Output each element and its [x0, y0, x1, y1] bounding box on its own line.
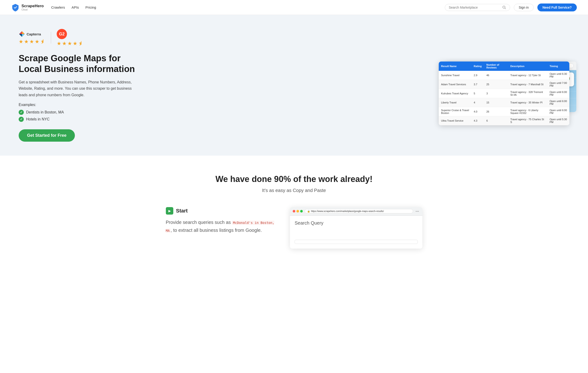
example-item-1: Dentists in Boston, MA [19, 110, 140, 115]
step-desc-before: Provide search queries such as [166, 220, 232, 225]
g2-star-1: ★ [57, 40, 61, 47]
url-text: https://www.scrapehero.com/marketplace/g… [311, 210, 384, 212]
g2-star-5: ⯨ [78, 40, 83, 47]
table-cell-0-4: Open until 6:30 PM [547, 71, 569, 80]
hero-title: Scrape Google Maps for Local Business in… [19, 53, 140, 74]
capterra-label: Capterra [27, 32, 41, 36]
logo-name: ScrapeHero [21, 4, 44, 8]
g2-label: G2 [59, 32, 65, 37]
col-description: Description [508, 61, 547, 71]
table-row: Adam Travel Services3.725Travel agency ·… [439, 80, 569, 89]
table-row: Liberty Travel415Travel agency · 35 Wint… [439, 98, 569, 107]
nav-link-pricing[interactable]: Pricing [85, 5, 96, 9]
section-work: We have done 90% of the work already! It… [0, 156, 588, 267]
steps-container: Start Provide search queries such as McD… [166, 207, 422, 249]
nav-link-apis[interactable]: APIs [72, 5, 79, 9]
search-icon [502, 6, 506, 9]
step-browser-url-bar: 🔒 https://www.scrapehero.com/marketplace… [304, 209, 413, 213]
svg-point-11 [418, 211, 419, 212]
data-table-card: Result Name Rating Number of Reviews Des… [439, 61, 569, 125]
table-row: Superior Cruise & Travel Boston4.026Trav… [439, 107, 569, 116]
table-cell-1-2: 25 [484, 80, 508, 89]
example-item-2: Hotels in NYC [19, 117, 140, 122]
star-3: ★ [29, 39, 34, 45]
col-reviews: Number of Reviews [484, 61, 508, 71]
logo-link[interactable]: ScrapeHero Cloud [11, 3, 44, 12]
table-cell-1-3: Travel agency · 7 Marshall St [508, 80, 547, 89]
hero-left: Capterra ★ ★ ★ ★ ⯨ G2 ★ [19, 29, 140, 142]
nav-link-crawlers[interactable]: Crawlers [51, 5, 65, 9]
col-rating: Rating [471, 61, 484, 71]
step-desc-after: , to extract all business listings from … [170, 228, 262, 233]
nav-links: Crawlers APIs Pricing [51, 5, 96, 9]
step-play-icon [166, 207, 173, 215]
star-2: ★ [24, 39, 29, 45]
section-work-title: We have done 90% of the work already! [11, 174, 577, 184]
svg-point-10 [417, 211, 418, 212]
step-browser-body: Search Query [290, 216, 422, 249]
table-cell-0-1: 2.9 [471, 71, 484, 80]
table-cell-2-1: 5 [471, 89, 484, 98]
hero-right: Travel & tourism [439, 29, 569, 125]
blue-arrow-icon [446, 61, 457, 64]
g2-star-2: ★ [62, 40, 67, 47]
browser-menu-icon[interactable] [415, 209, 420, 214]
search-container [445, 4, 510, 11]
svg-line-1 [505, 8, 506, 9]
table-cell-2-2: 3 [484, 89, 508, 98]
nav-right: Sign in Need Full Service? [445, 3, 577, 11]
star-4: ★ [35, 39, 39, 45]
arrow-connector [446, 61, 457, 65]
col-timing: Timing [547, 61, 569, 71]
step-browser-chrome: 🔒 https://www.scrapehero.com/marketplace… [290, 207, 422, 216]
table-cell-4-4: Open until 6:00 PM [547, 107, 569, 116]
table-cell-5-2: 6 [484, 116, 508, 125]
table-cell-3-3: Travel agency · 35 Winter Pl [508, 98, 547, 107]
section-work-subtitle: It's as easy as Copy and Paste [11, 188, 577, 193]
hero-description: Get a spreadsheet with Business Names, P… [19, 79, 140, 98]
table-cell-1-1: 3.7 [471, 80, 484, 89]
signin-button[interactable]: Sign in [514, 4, 534, 11]
step-left: Start Provide search queries such as McD… [166, 207, 276, 248]
table-header-row: Result Name Rating Number of Reviews Des… [439, 61, 569, 71]
star-5: ⯨ [40, 39, 45, 45]
table-cell-5-4: Open until 5:30 PM [547, 116, 569, 125]
ratings-container: Capterra ★ ★ ★ ★ ⯨ G2 ★ [19, 29, 140, 47]
nav-left: ScrapeHero Cloud Crawlers APIs Pricing [11, 3, 96, 12]
g2-logo: G2 [57, 29, 83, 39]
table-cell-4-1: 4.0 [471, 107, 484, 116]
search-input[interactable] [449, 6, 501, 9]
get-started-button[interactable]: Get Started for Free [19, 129, 75, 142]
step-dot-red [293, 210, 295, 212]
table-cell-3-4: Open until 6:00 PM [547, 98, 569, 107]
table-cell-3-1: 4 [471, 98, 484, 107]
table-cell-2-0: Kutrubes Travel Agency [439, 89, 471, 98]
examples-list: Dentists in Boston, MA Hotels in NYC [19, 110, 140, 122]
logo-icon [11, 3, 20, 12]
table-row: Kutrubes Travel Agency53Travel agency · … [439, 89, 569, 98]
step-dot-yellow [296, 210, 299, 212]
table-cell-3-0: Liberty Travel [439, 98, 471, 107]
table-cell-3-2: 15 [484, 98, 508, 107]
table-cell-4-2: 26 [484, 107, 508, 116]
logo-text-block: ScrapeHero Cloud [21, 4, 44, 11]
table-cell-0-0: Sunshine Travel [439, 71, 471, 80]
g2-star-4: ★ [73, 40, 77, 47]
svg-marker-5 [19, 34, 22, 37]
logo-sub: Cloud [21, 8, 44, 11]
table-cell-1-4: Open until 7:00 PM [547, 80, 569, 89]
check-icon-2 [19, 117, 24, 122]
step-browser-dots [293, 210, 303, 212]
examples-label: Examples: [19, 103, 140, 107]
table-cell-4-3: Travel agency · 6 Liberty Square #2332 [508, 107, 547, 116]
table-row: Ultra Travel Service4.36Travel agency · … [439, 116, 569, 125]
lock-icon: 🔒 [307, 210, 310, 212]
table-cell-0-2: 46 [484, 71, 508, 80]
results-table: Result Name Rating Number of Reviews Des… [439, 61, 569, 125]
capterra-logo: Capterra [19, 31, 45, 37]
g2-star-3: ★ [67, 40, 72, 47]
full-service-button[interactable]: Need Full Service? [537, 3, 577, 11]
svg-marker-6 [19, 31, 22, 34]
table-cell-5-1: 4.3 [471, 116, 484, 125]
step-description: Provide search queries such as McDonald'… [166, 218, 276, 234]
